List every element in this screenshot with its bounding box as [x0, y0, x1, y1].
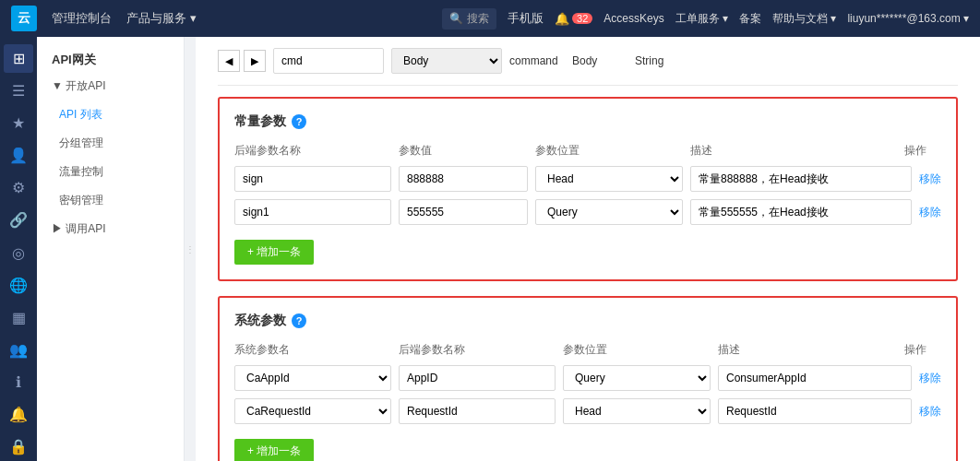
- nav-item-key-mgmt[interactable]: 密钥管理: [37, 186, 184, 215]
- const-param-name-0[interactable]: [234, 166, 391, 192]
- th-sysname: 系统参数名: [234, 342, 391, 358]
- nav-invoke-api-group[interactable]: ▶ 调用API: [37, 215, 184, 243]
- sidebar-icon-circle[interactable]: ◎: [4, 238, 33, 266]
- sidebar-icon-config[interactable]: ⚙: [4, 173, 33, 202]
- sidebar-icon-bar[interactable]: ▦: [4, 303, 33, 332]
- navbar-right: 🔍 搜索 手机版 🔔 32 AccessKeys 工单服务 ▾ 备案 帮助与文档…: [442, 8, 969, 30]
- system-params-section: 系统参数 ? 系统参数名 后端参数名称 参数位置 描述 操作 CaAppId C…: [218, 296, 958, 461]
- sys-param-desc-1[interactable]: [718, 398, 912, 424]
- const-param-loc-1[interactable]: Head Query Body Path: [535, 199, 683, 225]
- const-param-desc-0[interactable]: [690, 166, 912, 192]
- notification-badge: 32: [572, 13, 592, 24]
- sys-param-loc-1[interactable]: Head Query Body Path: [563, 398, 711, 424]
- sidebar-icon-info[interactable]: ℹ: [4, 368, 33, 396]
- th-sysloc: 参数位置: [563, 342, 711, 358]
- th-sysop: 操作: [904, 342, 941, 358]
- nav-item-group-mgmt[interactable]: 分组管理: [37, 129, 184, 158]
- pagination-btns: ◀ ▶: [218, 50, 266, 72]
- navbar: 云 管理控制台 产品与服务 ▾ 🔍 搜索 手机版 🔔 32 AccessKeys…: [0, 0, 980, 37]
- search-icon: 🔍: [449, 12, 463, 25]
- nav-open-api-group[interactable]: ▼ 开放API: [37, 72, 184, 100]
- const-param-remove-1[interactable]: 移除: [919, 205, 941, 220]
- const-param-name-1[interactable]: [234, 199, 391, 225]
- sys-param-loc-0[interactable]: Head Query Body Path: [563, 365, 711, 391]
- left-nav: API网关 ▼ 开放API API 列表 分组管理 流量控制 密钥管理 ▶ 调用…: [37, 37, 185, 461]
- workorder-link[interactable]: 工单服务 ▾: [675, 11, 728, 27]
- sys-param-sysname-1[interactable]: CaAppId CaRequestId CaClientIp CaAppKey: [234, 398, 391, 424]
- sys-param-backname-0[interactable]: [399, 365, 556, 391]
- accesskeys-link[interactable]: AccessKeys: [604, 12, 663, 25]
- th-param-val: 参数值: [399, 143, 528, 159]
- sys-param-remove-1[interactable]: 移除: [919, 404, 941, 420]
- nav-products[interactable]: 产品与服务 ▾: [126, 10, 197, 27]
- sys-param-desc-0[interactable]: [718, 365, 912, 391]
- const-param-value-0[interactable]: [399, 166, 528, 192]
- prev-text-body: Body: [572, 54, 627, 67]
- prev-page-btn[interactable]: ◀: [218, 50, 240, 72]
- const-param-row-1: Head Query Body Path 移除: [234, 199, 941, 225]
- bell-icon[interactable]: 🔔 32: [555, 12, 592, 26]
- sidebar-icon-lock[interactable]: 🔒: [4, 432, 33, 461]
- main-layout: ⊞ ☰ ★ 👤 ⚙ 🔗 ◎ 🌐 ▦ 👥 ℹ 🔔 🔒 API网关 ▼ 开放API …: [0, 37, 980, 461]
- nav-console[interactable]: 管理控制台: [52, 10, 112, 27]
- const-param-value-1[interactable]: [399, 199, 528, 225]
- sidebar-icon-link[interactable]: 🔗: [4, 206, 33, 234]
- sidebar-icon-globe[interactable]: 🌐: [4, 271, 33, 300]
- prev-text-string: String: [635, 54, 690, 67]
- sidebar-icon-user[interactable]: 👤: [4, 141, 33, 170]
- system-params-help-icon[interactable]: ?: [292, 313, 306, 328]
- th-param-desc: 描述: [690, 143, 897, 159]
- system-params-header: 系统参数名 后端参数名称 参数位置 描述 操作: [234, 342, 941, 358]
- const-param-desc-1[interactable]: [690, 199, 912, 225]
- sidebar-icon-star[interactable]: ★: [4, 109, 33, 137]
- const-param-loc-0[interactable]: Head Query Body Path: [535, 166, 683, 192]
- sys-param-sysname-0[interactable]: CaAppId CaRequestId CaClientIp CaAppKey: [234, 365, 391, 391]
- prev-select-body[interactable]: Body: [391, 48, 502, 74]
- sys-param-row-0: CaAppId CaRequestId CaClientIp CaAppKey …: [234, 365, 941, 391]
- help-link[interactable]: 帮助与文档 ▾: [772, 11, 836, 27]
- mobile-link[interactable]: 手机版: [508, 10, 544, 27]
- sys-param-remove-0[interactable]: 移除: [919, 371, 941, 386]
- divider-handle[interactable]: ⋮: [185, 37, 196, 461]
- sys-param-add-btn[interactable]: + 增加一条: [234, 439, 314, 461]
- const-params-help-icon[interactable]: ?: [292, 114, 306, 129]
- const-param-remove-0[interactable]: 移除: [919, 171, 941, 187]
- search-bar[interactable]: 🔍 搜索: [442, 8, 496, 30]
- nav-item-flow-ctrl[interactable]: 流量控制: [37, 158, 184, 186]
- const-params-title: 常量参数 ?: [234, 113, 941, 130]
- prev-row: ◀ ▶ Body command Body String: [218, 48, 958, 86]
- nav-item-api-list[interactable]: API 列表: [37, 100, 184, 129]
- th-sysdesc: 描述: [718, 342, 897, 358]
- content-area: ◀ ▶ Body command Body String 常量参数 ?: [196, 37, 980, 461]
- logo[interactable]: 云: [11, 6, 37, 31]
- nav-section-title: API网关: [37, 44, 184, 72]
- prev-input-cmd[interactable]: [273, 48, 384, 74]
- user-menu[interactable]: liuyun*******@163.com ▾: [847, 12, 969, 25]
- const-param-row-0: Head Query Body Path 移除: [234, 166, 941, 192]
- prev-text-command: command: [509, 54, 565, 67]
- th-param-name: 后端参数名称: [234, 143, 391, 159]
- sidebar-icon-grid[interactable]: ⊞: [4, 44, 33, 73]
- const-params-section: 常量参数 ? 后端参数名称 参数值 参数位置 描述 操作 Head: [218, 97, 958, 281]
- sys-param-row-1: CaAppId CaRequestId CaClientIp CaAppKey …: [234, 398, 941, 424]
- sidebar-icon-menu[interactable]: ☰: [4, 77, 33, 105]
- const-param-add-btn[interactable]: + 增加一条: [234, 240, 314, 265]
- th-param-op: 操作: [904, 143, 941, 159]
- sys-param-backname-1[interactable]: [399, 398, 556, 424]
- th-backname: 后端参数名称: [399, 342, 556, 358]
- form-content: ◀ ▶ Body command Body String 常量参数 ?: [196, 37, 980, 461]
- system-params-title: 系统参数 ?: [234, 313, 941, 329]
- next-page-btn[interactable]: ▶: [244, 50, 266, 72]
- th-param-loc: 参数位置: [535, 143, 683, 159]
- const-params-header: 后端参数名称 参数值 参数位置 描述 操作: [234, 143, 941, 159]
- sidebar-icon-bell[interactable]: 🔔: [4, 400, 33, 429]
- backup-link[interactable]: 备案: [739, 11, 761, 27]
- sidebar-icon-person[interactable]: 👥: [4, 336, 33, 364]
- sidebar-icons: ⊞ ☰ ★ 👤 ⚙ 🔗 ◎ 🌐 ▦ 👥 ℹ 🔔 🔒: [0, 37, 37, 461]
